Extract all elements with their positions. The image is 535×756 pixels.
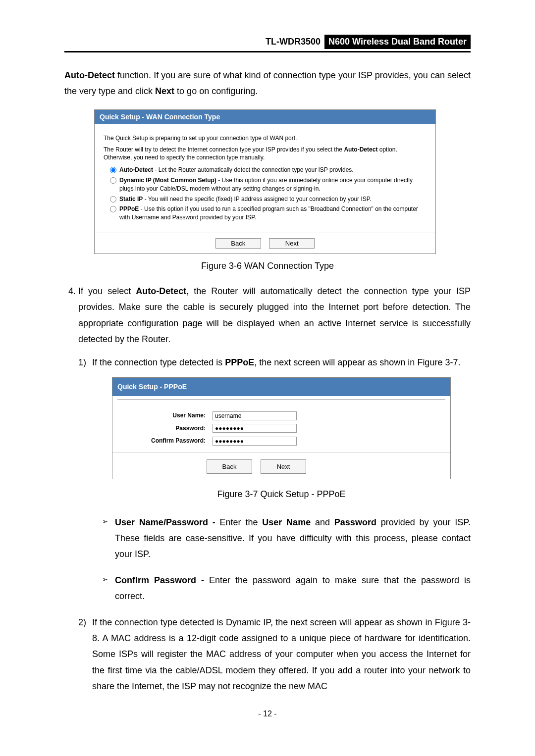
- sub1-pppoe-bold: PPPoE: [225, 357, 254, 367]
- intro-paragraph: Auto-Detect function. If you are sure of…: [64, 67, 471, 100]
- step-4: If you select Auto-Detect, the Router wi…: [78, 283, 471, 695]
- input-confirm-password[interactable]: [213, 437, 297, 446]
- opt-auto-rest: - Let the Router automatically detect th…: [153, 166, 354, 173]
- radio-row-pppoe: PPPoE - Use this option if you used to r…: [104, 205, 427, 222]
- form-row-username: User Name:: [121, 410, 441, 421]
- opt-pppoe-rest: - Use this option if you used to run a s…: [119, 205, 418, 221]
- intro-text-b: to go on configuring.: [174, 86, 258, 96]
- un-pass-bold: Password: [334, 517, 376, 527]
- input-username[interactable]: [213, 411, 297, 420]
- label-password: Password:: [121, 423, 213, 434]
- bullet-username-password: User Name/Password - Enter the User Name…: [115, 514, 471, 562]
- form-row-password: Password:: [121, 423, 441, 434]
- opt-dynamic-ip: Dynamic IP (Most Common Setup) - Use thi…: [119, 176, 427, 193]
- opt-auto-bold: Auto-Detect: [119, 166, 153, 173]
- radio-row-auto-detect: Auto-Detect - Let the Router automatical…: [104, 166, 427, 174]
- figure-3-6-caption: Figure 3-6 WAN Connection Type: [64, 261, 471, 271]
- sub1-text-b: , the next screen will appear as shown i…: [254, 357, 460, 367]
- opt-auto-detect: Auto-Detect - Let the Router automatical…: [119, 166, 427, 174]
- back-button[interactable]: Back: [207, 459, 252, 474]
- radio-pppoe[interactable]: [110, 206, 116, 212]
- model-label: TL-WDR3500: [266, 37, 324, 47]
- radio-static-ip[interactable]: [110, 196, 116, 202]
- next-button[interactable]: Next: [269, 238, 315, 249]
- un-user-bold: User Name: [262, 517, 311, 527]
- substep-1: 1) If the connection type detected is PP…: [92, 354, 471, 605]
- pppoe-form: User Name: Password: Confirm Password:: [112, 400, 450, 453]
- screenshot-pppoe-title: Quick Setup - PPPoE: [112, 378, 450, 396]
- ss-line2: The Router will try to detect the Intern…: [104, 146, 427, 162]
- radio-row-static-ip: Static IP - You will need the specific (…: [104, 195, 427, 203]
- screenshot-body: The Quick Setup is preparing to set up y…: [95, 127, 435, 233]
- next-bold: Next: [155, 86, 174, 96]
- next-button[interactable]: Next: [261, 459, 306, 474]
- sub1-text-a: If the connection type detected is: [92, 357, 225, 367]
- arrow-list: User Name/Password - Enter the User Name…: [92, 514, 471, 605]
- un-text-a: Enter the: [215, 517, 263, 527]
- page-header: TL-WDR3500N600 Wireless Dual Band Router: [64, 35, 471, 52]
- sub2-text: If the connection type detected is Dynam…: [92, 617, 471, 692]
- opt-dynip-bold: Dynamic IP (Most Common Setup): [119, 177, 216, 184]
- page-container: TL-WDR3500N600 Wireless Dual Band Router…: [0, 0, 535, 756]
- step4-auto-detect-bold: Auto-Detect: [136, 286, 186, 296]
- back-button[interactable]: Back: [215, 238, 261, 249]
- main-ordered-list: If you select Auto-Detect, the Router wi…: [64, 283, 471, 695]
- radio-group: Auto-Detect - Let the Router automatical…: [104, 166, 427, 222]
- label-username: User Name:: [121, 410, 213, 421]
- auto-detect-bold: Auto-Detect: [64, 70, 115, 80]
- cp-bold: Confirm Password -: [115, 575, 204, 585]
- opt-static-rest: - You will need the specific (fixed) IP …: [143, 196, 371, 202]
- sub-list: 1) If the connection type detected is PP…: [78, 354, 471, 695]
- screenshot-wan-connection: Quick Setup - WAN Connection Type The Qu…: [94, 109, 436, 254]
- step4-text-a: If you select: [78, 286, 136, 296]
- substep-1-num: 1): [78, 354, 86, 370]
- substep-2-num: 2): [78, 614, 86, 630]
- pppoe-button-row: Back Next: [112, 453, 450, 479]
- form-row-confirm-password: Confirm Password:: [121, 436, 441, 447]
- radio-dynamic-ip[interactable]: [110, 177, 116, 184]
- screenshot-title: Quick Setup - WAN Connection Type: [95, 110, 435, 124]
- radio-row-dynamic-ip: Dynamic IP (Most Common Setup) - Use thi…: [104, 176, 427, 193]
- opt-pppoe: PPPoE - Use this option if you used to r…: [119, 205, 427, 222]
- un-bold: User Name/Password -: [115, 517, 215, 527]
- opt-static-bold: Static IP: [119, 196, 143, 202]
- ss-button-row: Back Next: [95, 233, 435, 253]
- opt-pppoe-bold: PPPoE: [119, 205, 139, 212]
- opt-static-ip: Static IP - You will need the specific (…: [119, 195, 427, 203]
- radio-auto-detect[interactable]: [110, 167, 116, 173]
- substep-2: 2) If the connection type detected is Dy…: [92, 614, 471, 695]
- ss-line2a: The Router will try to detect the Intern…: [104, 146, 344, 153]
- label-confirm-password: Confirm Password:: [121, 436, 213, 447]
- product-label: N600 Wireless Dual Band Router: [324, 35, 471, 49]
- input-password[interactable]: [213, 424, 297, 433]
- ss-line1: The Quick Setup is preparing to set up y…: [104, 134, 427, 143]
- page-number: - 12 -: [64, 709, 471, 718]
- intro-text-a: function. If you are sure of what kind o…: [64, 70, 471, 96]
- ss-line2-bold: Auto-Detect: [344, 146, 377, 153]
- un-and: and: [311, 517, 334, 527]
- bullet-confirm-password: Confirm Password - Enter the password ag…: [115, 572, 471, 605]
- screenshot-pppoe: Quick Setup - PPPoE User Name: Password:: [112, 377, 451, 479]
- figure-3-7-caption: Figure 3-7 Quick Setup - PPPoE: [92, 486, 471, 502]
